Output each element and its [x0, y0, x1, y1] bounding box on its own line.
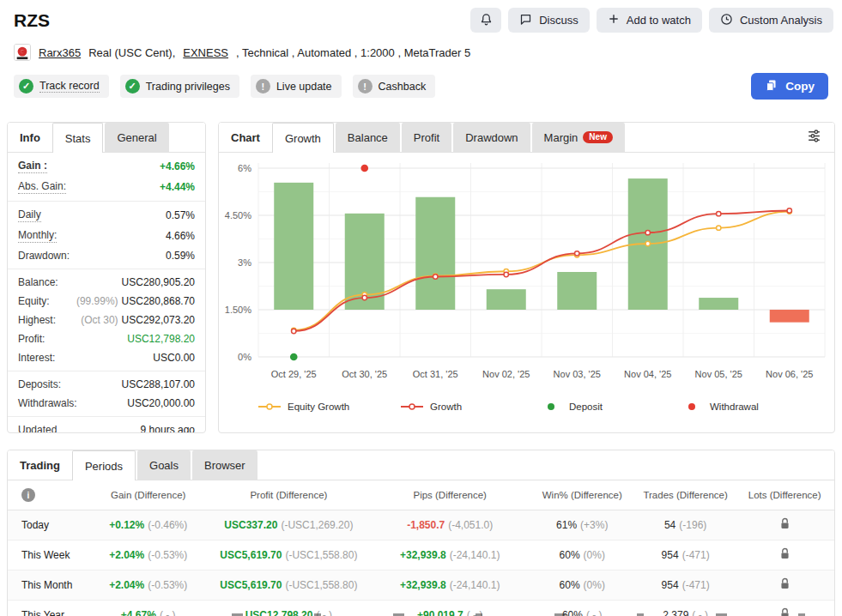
legend-label: Equity Growth	[288, 402, 349, 412]
tab-label: General	[117, 131, 156, 144]
cell-diff-value: (-0.46%)	[148, 519, 187, 531]
stat-value: USC12,798.20	[127, 333, 195, 345]
cell-trades: 954(-471)	[636, 541, 736, 571]
cell-trades: 954(-471)	[636, 571, 736, 601]
stat-row: Abs. Gain:+4.44%	[8, 177, 205, 197]
tab-info[interactable]: Info	[8, 123, 52, 152]
tab-label: Profit	[414, 131, 439, 144]
cell-diff-value: (-471)	[682, 579, 710, 591]
stat-value-main: USC280,868.70	[122, 295, 195, 307]
chart-settings-button[interactable]	[803, 124, 826, 151]
legend-label: Growth	[430, 402, 462, 412]
badge-trading-privileges[interactable]: ✓Trading privileges	[120, 75, 239, 98]
broker-link[interactable]: EXNESS	[183, 46, 228, 59]
notifications-button[interactable]	[470, 8, 501, 33]
stat-label: Profit:	[18, 333, 45, 345]
stats-list: Gain :+4.66%Abs. Gain:+4.44%Daily0.57%Mo…	[8, 153, 205, 433]
stat-value: +4.66%	[160, 160, 195, 172]
column-header: Pips (Difference)	[372, 480, 529, 510]
cell-main-value: +32,939.8	[400, 579, 446, 591]
discuss-button[interactable]: Discuss	[508, 8, 590, 33]
stats-group: Deposits:USC288,107.00Withdrawals:USC20,…	[8, 371, 205, 417]
account-name-link[interactable]: Rarx365	[39, 46, 81, 59]
cell-diff-value: (-196)	[679, 519, 706, 531]
tab-chart[interactable]: Chart	[219, 123, 272, 152]
tab-stats[interactable]: Stats	[52, 123, 104, 153]
stat-row: Balance:USC280,905.20	[8, 273, 205, 292]
tab-drawdown[interactable]: Drawdown	[453, 123, 530, 152]
stats-group: Balance:USC280,905.20Equity:(99.99%)USC2…	[8, 269, 205, 371]
broker-logo	[14, 44, 31, 61]
cell-gain: +2.04%(-0.53%)	[90, 571, 206, 601]
cell-diff-value: (-USC1,558.80)	[285, 579, 357, 591]
growth-chart[interactable]: 6%4.50%3%1.50%0%Oct 29, '25Oct 30, '25Oc…	[219, 153, 834, 433]
periods-tabstrip: TradingPeriodsGoalsBrowser	[8, 450, 834, 480]
stat-value: USC20,000.00	[127, 397, 195, 409]
period-label: Today	[8, 510, 90, 541]
tab-profit[interactable]: Profit	[402, 123, 451, 152]
x-tick-label: Oct 29, '25	[271, 369, 317, 379]
exclamation-icon: !	[256, 79, 270, 94]
badge-cashback[interactable]: !Cashback	[353, 75, 436, 98]
stat-value-main: USC12,798.20	[127, 333, 195, 345]
cell-diff-value: (-471)	[682, 549, 710, 561]
period-label: This Year	[8, 601, 90, 616]
table-row: This Month+2.04%(-0.53%)USC5,619.70(-USC…	[8, 571, 834, 601]
cell-win: 60%(0%)	[529, 541, 636, 571]
tab-balance[interactable]: Balance	[336, 123, 400, 152]
stat-row: Highest:(Oct 30)USC292,073.20	[8, 311, 205, 329]
custom-analysis-button[interactable]: Custom Analysis	[709, 8, 833, 33]
stat-value-main: 4.66%	[166, 230, 195, 242]
cell-main-value: +2.04%	[109, 549, 144, 561]
chart-point	[787, 208, 791, 213]
stat-value-prefix: (99.99%)	[76, 295, 118, 307]
legend-label: Deposit	[569, 402, 603, 412]
tab-trading[interactable]: Trading	[8, 450, 72, 480]
tab-goals[interactable]: Goals	[137, 450, 191, 480]
cell-main-value: +2.04%	[109, 579, 144, 591]
copy-button[interactable]: Copy	[751, 73, 828, 100]
withdrawal-marker	[360, 165, 368, 172]
cell-main-value: 954	[662, 579, 679, 591]
tab-label: Periods	[85, 460, 123, 473]
badges-row: ✓Track record✓Trading privileges!Live up…	[7, 61, 835, 100]
tab-label: Stats	[65, 132, 91, 145]
chart-bar	[770, 310, 809, 323]
tab-margin[interactable]: MarginNew	[532, 123, 625, 152]
stat-label: Withdrawals:	[18, 397, 77, 409]
stat-row: Withdrawals:USC20,000.00	[8, 394, 205, 413]
badge-live-update[interactable]: !Live update	[251, 75, 342, 98]
cell-profit: USC5,619.70(-USC1,558.80)	[206, 571, 372, 601]
stat-label: Daily	[18, 208, 41, 222]
tab-growth[interactable]: Growth	[272, 123, 334, 153]
add-to-watch-button[interactable]: Add to watch	[597, 8, 702, 33]
stat-value-main: +4.66%	[160, 160, 195, 172]
tab-general[interactable]: General	[105, 123, 168, 152]
stat-label: Equity:	[18, 295, 50, 307]
cell-diff-value: (0%)	[584, 579, 605, 591]
info-header-cell: i	[8, 480, 90, 510]
tab-label: Info	[20, 131, 40, 144]
tab-label: Balance	[348, 131, 388, 144]
y-tick-label: 4.50%	[225, 210, 251, 220]
badge-track-record[interactable]: ✓Track record	[14, 75, 109, 98]
cell-main-value: 954	[662, 549, 679, 561]
cell-pips: +32,939.8(-24,140.1)	[372, 541, 529, 571]
stat-row: Drawdown:0.59%	[8, 246, 205, 265]
cell-diff-value: (+3%)	[580, 519, 608, 531]
column-header: Gain (Difference)	[90, 480, 206, 510]
chart-point	[292, 329, 296, 333]
column-header: Profit (Difference)	[206, 480, 372, 510]
tab-browser[interactable]: Browser	[192, 450, 257, 480]
tab-periods[interactable]: Periods	[72, 450, 136, 480]
exclamation-icon: !	[358, 79, 373, 94]
y-tick-label: 0%	[238, 352, 251, 362]
stat-value-main: USC288,107.00	[122, 378, 195, 390]
stat-row: Deposits:USC288,107.00	[8, 375, 205, 394]
new-badge: New	[583, 131, 613, 143]
tab-label: Goals	[149, 459, 179, 472]
stat-value: 9 hours ago	[141, 424, 195, 433]
cell-main-value: +32,939.8	[400, 549, 446, 561]
info-icon[interactable]: i	[21, 488, 35, 502]
stat-value: +4.44%	[160, 181, 195, 193]
